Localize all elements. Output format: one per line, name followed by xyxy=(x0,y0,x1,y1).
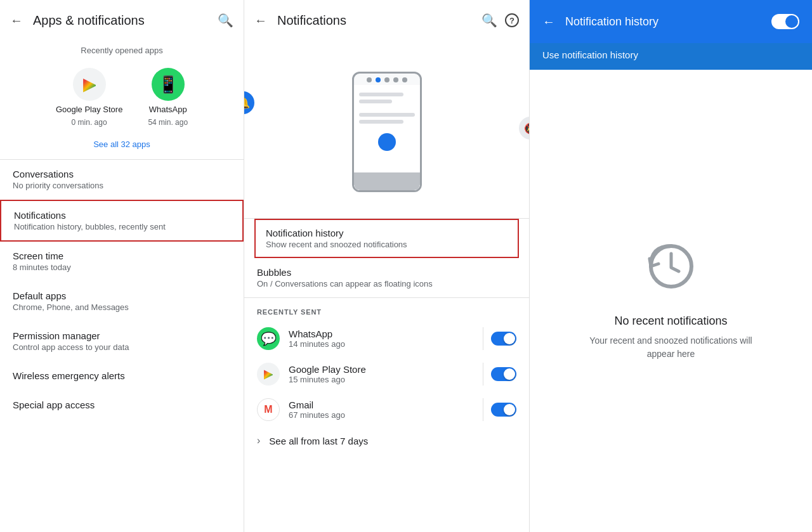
gmail-list-name: Gmail xyxy=(289,399,475,410)
toggle-divider-3 xyxy=(483,398,483,421)
permission-manager-menu-item[interactable]: Permission manager Control app access to… xyxy=(0,321,244,361)
notification-history-title: Notification history xyxy=(266,228,508,238)
no-recent-title: No recent notifications xyxy=(614,315,727,328)
see-all-row[interactable]: › See all from last 7 days xyxy=(244,427,529,454)
google-play-list-icon: ▶ xyxy=(257,363,280,386)
google-play-name: Google Play Store xyxy=(56,105,123,114)
whatsapp-name: WhatsApp xyxy=(149,105,187,114)
middle-back-button[interactable]: ← xyxy=(254,13,267,28)
gmail-list-icon: M xyxy=(257,398,280,421)
conversations-subtitle: No priority conversations xyxy=(13,181,231,190)
bubbles-menu-item[interactable]: Bubbles On / Conversations can appear as… xyxy=(244,258,529,297)
gmail-list-info: Gmail 67 minutes ago xyxy=(289,399,475,420)
gmail-list-time: 67 minutes ago xyxy=(289,410,475,420)
bubbles-title: Bubbles xyxy=(257,267,516,278)
google-play-time: 0 min. ago xyxy=(72,118,107,127)
google-play-list-info: Google Play Store 15 minutes ago xyxy=(289,364,475,384)
left-back-button[interactable]: ← xyxy=(10,13,23,28)
phone-dot-1 xyxy=(367,77,372,82)
google-play-app-item[interactable]: ▶ Google Play Store 0 min. ago xyxy=(56,68,123,127)
permission-manager-subtitle: Control app access to your data xyxy=(13,342,231,352)
apps-notifications-panel: ← Apps & notifications 🔍 Recently opened… xyxy=(0,0,244,532)
whatsapp-list-name: WhatsApp xyxy=(289,328,475,339)
phone-line-3 xyxy=(359,113,415,117)
whatsapp-time: 54 min. ago xyxy=(148,118,188,127)
phone-dot-4 xyxy=(393,77,398,82)
recently-opened-label: Recently opened apps xyxy=(0,41,244,63)
whatsapp-toggle[interactable] xyxy=(491,332,516,346)
notifications-subtitle: Notification history, bubbles, recently … xyxy=(14,222,230,231)
conversations-title: Conversations xyxy=(13,169,231,179)
screen-time-title: Screen time xyxy=(13,250,231,261)
middle-panel-title: Notifications xyxy=(277,13,474,28)
right-back-button[interactable]: ← xyxy=(542,15,555,29)
special-app-access-menu-item[interactable]: Special app access xyxy=(0,391,244,420)
notification-history-panel: ← Notification history Use notification … xyxy=(530,0,812,532)
screen-time-subtitle: 8 minutes today xyxy=(13,263,231,272)
right-panel-body: No recent notifications Your recent and … xyxy=(530,70,812,532)
conversations-menu-item[interactable]: Conversations No priority conversations xyxy=(0,160,244,200)
phone-line-1 xyxy=(359,93,403,96)
phone-line-4 xyxy=(359,120,403,124)
google-play-list-name: Google Play Store xyxy=(289,364,475,375)
whatsapp-icon: 📱 xyxy=(152,68,185,101)
phone-line-2 xyxy=(359,100,393,103)
middle-search-icon[interactable]: 🔍 xyxy=(481,13,497,28)
google-play-toggle[interactable] xyxy=(491,367,516,381)
toggle-divider-2 xyxy=(483,363,483,386)
left-panel-title: Apps & notifications xyxy=(33,13,210,28)
recently-sent-label: RECENTLY SENT xyxy=(244,298,529,321)
permission-manager-title: Permission manager xyxy=(13,330,231,341)
notification-history-menu-item[interactable]: Notification history Show recent and sno… xyxy=(254,219,519,258)
google-play-list-item[interactable]: ▶ Google Play Store 15 minutes ago xyxy=(244,356,529,392)
middle-help-icon[interactable]: ? xyxy=(505,13,519,27)
see-all-text: See all from last 7 days xyxy=(269,436,368,446)
google-play-list-time: 15 minutes ago xyxy=(289,375,475,384)
google-play-icon: ▶ xyxy=(73,68,106,101)
phone-dot-3 xyxy=(384,77,390,82)
wireless-alerts-menu-item[interactable]: Wireless emergency alerts xyxy=(0,361,244,391)
phone-illustration: 🔔 🔕 xyxy=(244,41,529,218)
phone-bottom-bar xyxy=(354,172,420,190)
whatsapp-list-item[interactable]: 💬 WhatsApp 14 minutes ago xyxy=(244,321,529,356)
middle-panel-header: ← Notifications 🔍 ? xyxy=(244,0,529,41)
right-panel-title: Notification history xyxy=(565,15,771,29)
notification-bell-badge: 🔔 xyxy=(244,91,254,114)
left-search-icon[interactable]: 🔍 xyxy=(218,13,233,28)
see-all-apps-link[interactable]: See all 32 apps xyxy=(0,132,244,159)
whatsapp-app-item[interactable]: 📱 WhatsApp 54 min. ago xyxy=(148,68,188,127)
use-notification-history-toggle[interactable] xyxy=(771,14,799,29)
bubbles-subtitle: On / Conversations can appear as floatin… xyxy=(257,279,516,289)
default-apps-menu-item[interactable]: Default apps Chrome, Phone, and Messages xyxy=(0,282,244,321)
phone-mockup xyxy=(352,72,422,192)
notifications-title: Notifications xyxy=(14,210,230,221)
silent-bell-badge: 🔕 xyxy=(519,117,530,139)
use-notification-row[interactable]: Use notification history xyxy=(530,43,812,70)
whatsapp-list-time: 14 minutes ago xyxy=(289,339,475,349)
use-notification-label: Use notification history xyxy=(542,49,638,60)
phone-dot-2 xyxy=(376,77,381,82)
default-apps-subtitle: Chrome, Phone, and Messages xyxy=(13,302,231,312)
chevron-right-icon: › xyxy=(257,435,260,446)
wireless-alerts-title: Wireless emergency alerts xyxy=(13,370,231,381)
notifications-menu-item[interactable]: Notifications Notification history, bubb… xyxy=(0,200,244,242)
whatsapp-list-icon: 💬 xyxy=(257,327,280,350)
default-apps-title: Default apps xyxy=(13,290,231,301)
screen-time-menu-item[interactable]: Screen time 8 minutes today xyxy=(0,242,244,282)
history-clock-icon xyxy=(646,241,697,302)
toggle-divider xyxy=(483,327,483,350)
whatsapp-list-info: WhatsApp 14 minutes ago xyxy=(289,328,475,349)
notifications-panel: ← Notifications 🔍 ? 🔔 xyxy=(244,0,530,532)
phone-dot-5 xyxy=(402,77,407,82)
gmail-list-item[interactable]: M Gmail 67 minutes ago xyxy=(244,392,529,427)
notification-history-subtitle: Show recent and snoozed notifications xyxy=(266,240,508,249)
left-panel-header: ← Apps & notifications 🔍 xyxy=(0,0,244,41)
app-icons-row: ▶ Google Play Store 0 min. ago 📱 WhatsAp… xyxy=(0,63,244,132)
right-panel-header: ← Notification history xyxy=(530,0,812,43)
gmail-toggle[interactable] xyxy=(491,403,516,417)
no-recent-subtitle: Your recent and snoozed notifications wi… xyxy=(582,334,760,361)
special-app-access-title: Special app access xyxy=(13,399,231,410)
